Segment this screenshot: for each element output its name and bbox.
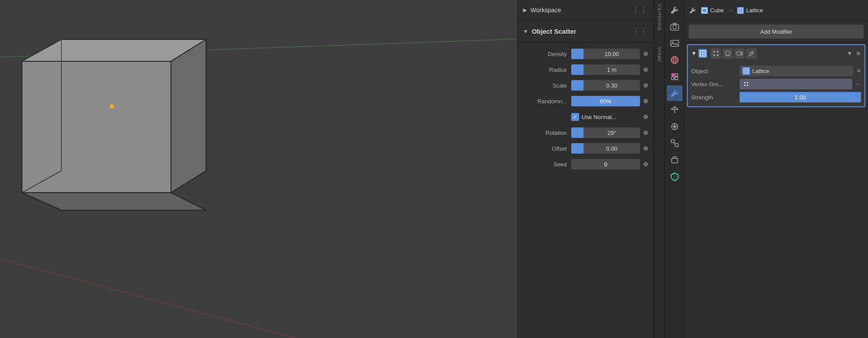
radius-value[interactable]: 1 m — [583, 64, 640, 75]
vertex-arrow-btn[interactable]: ← — [856, 81, 861, 87]
scene-props-icon[interactable] — [667, 169, 683, 184]
blenderkit-sidebar: BlenderKit JMesh — [653, 0, 665, 338]
wrench-icon[interactable] — [667, 2, 683, 18]
vertex-group-wrapper[interactable]: ← — [740, 79, 861, 89]
use-normal-wrapper[interactable]: Use Normal... — [571, 113, 640, 121]
rotation-dot[interactable] — [644, 130, 648, 135]
randomness-dot[interactable] — [644, 99, 648, 103]
lattice-label: Lattice — [746, 7, 763, 14]
scale-row: Scale 0.30 — [518, 77, 653, 93]
svg-marker-3 — [22, 61, 171, 193]
svg-line-45 — [751, 52, 753, 53]
density-input-wrapper[interactable]: 10.00 — [571, 49, 640, 59]
randomness-label: Randomn... — [523, 98, 567, 105]
object-param-label: Object — [691, 68, 740, 74]
rotation-row: Rotation 29° — [518, 125, 653, 141]
vertex-group-field-icon — [742, 80, 750, 88]
rotation-value[interactable]: 29° — [583, 127, 640, 138]
density-dot[interactable] — [644, 52, 648, 56]
scatter-header[interactable]: ▼ Object Scatter ⋮⋮ — [518, 21, 653, 42]
svg-rect-26 — [671, 140, 674, 143]
scale-input-wrapper[interactable]: 0.30 — [571, 80, 640, 91]
svg-point-23 — [676, 108, 678, 110]
object-clear-btn[interactable]: ✕ — [857, 68, 861, 74]
rotation-slider-blue — [571, 127, 583, 138]
modifier-params: Object Lattice ✕ — [688, 62, 864, 106]
viewport-icon-btn[interactable] — [734, 48, 745, 59]
lattice-modifier: ▼ — [687, 44, 865, 107]
modifier-type-icon — [698, 49, 707, 58]
object-value-text: Lattice — [752, 68, 769, 74]
svg-point-51 — [744, 85, 746, 86]
vertex-group-label: Vertex Gro... — [691, 81, 740, 88]
modifier-icons-row — [711, 48, 757, 59]
edit-icon-btn[interactable] — [746, 48, 757, 59]
props-header: Cube → Lattice — [684, 0, 868, 21]
svg-rect-11 — [671, 40, 679, 46]
vertex-group-field[interactable] — [740, 79, 852, 89]
radius-dot[interactable] — [644, 67, 648, 72]
svg-rect-21 — [675, 77, 678, 80]
vertex-icon-btn[interactable] — [711, 48, 721, 59]
svg-point-37 — [713, 51, 715, 53]
cube-breadcrumb[interactable]: Cube — [701, 7, 724, 14]
svg-rect-27 — [675, 144, 678, 147]
seed-dot[interactable] — [644, 162, 648, 166]
constraints-icon[interactable] — [667, 135, 683, 151]
scale-dot[interactable] — [644, 83, 648, 88]
radius-slider-blue — [571, 64, 583, 75]
svg-rect-20 — [672, 77, 674, 80]
jmesh-label: JMesh — [657, 42, 662, 66]
modifier-dropdown-btn[interactable]: ▼ — [847, 50, 852, 56]
scatter-dots: ⋮⋮ — [632, 27, 648, 35]
offset-value[interactable]: 0.00 — [583, 143, 640, 154]
scale-value[interactable]: 0.30 — [583, 80, 640, 91]
svg-point-52 — [747, 85, 748, 86]
svg-point-49 — [744, 82, 746, 84]
add-modifier-button[interactable]: Add Modifier — [689, 25, 864, 39]
tools-sidebar — [665, 0, 684, 338]
radius-input-wrapper[interactable]: 1 m — [571, 64, 640, 75]
modifier-close-btn[interactable]: ✕ — [856, 50, 861, 57]
particles-icon[interactable] — [667, 102, 683, 118]
object-properties-icon[interactable] — [667, 69, 683, 84]
blenderkit-label: BlenderKit — [657, 0, 662, 34]
world-icon[interactable] — [667, 52, 683, 68]
offset-dot[interactable] — [644, 146, 648, 151]
camera-icon[interactable] — [667, 19, 683, 35]
workspace-header[interactable]: ▶ Workspace ⋮⋮ — [518, 0, 653, 21]
svg-point-50 — [747, 82, 748, 84]
seed-label: Seed — [523, 161, 567, 168]
offset-input-wrapper[interactable]: 0.00 — [571, 143, 640, 154]
strength-input[interactable]: 1.00 — [740, 92, 861, 102]
scatter-title: Object Scatter — [532, 28, 576, 35]
use-normal-checkbox[interactable] — [571, 113, 579, 121]
seed-row: Seed 0 — [518, 156, 653, 172]
object-data-icon[interactable] — [667, 152, 683, 168]
randomness-input[interactable]: 80% — [571, 96, 640, 106]
rotation-input-wrapper[interactable]: 29° — [571, 127, 640, 138]
modifier-header: ▼ — [688, 45, 864, 62]
physics-icon[interactable] — [667, 119, 683, 134]
density-value[interactable]: 10.00 — [583, 49, 640, 59]
add-modifier-section: Add Modifier — [684, 21, 868, 42]
svg-point-25 — [673, 125, 676, 128]
lattice-breadcrumb[interactable]: Lattice — [737, 7, 763, 14]
object-value-wrapper[interactable]: Lattice ✕ — [740, 66, 861, 76]
viewport[interactable] — [0, 0, 517, 338]
render-icon-btn[interactable] — [722, 48, 733, 59]
object-value-field[interactable]: Lattice — [740, 66, 853, 76]
modifier-wrench-icon[interactable] — [667, 85, 683, 101]
svg-rect-19 — [675, 74, 678, 76]
modifier-expand-arrow[interactable]: ▼ — [691, 50, 697, 56]
use-normal-dot[interactable] — [644, 115, 648, 119]
offset-slider-blue — [571, 143, 583, 154]
image-icon[interactable] — [667, 35, 683, 51]
density-slider-blue — [571, 49, 583, 59]
scale-slider-blue — [571, 80, 583, 91]
offset-row: Offset 0.00 — [518, 141, 653, 156]
seed-input[interactable]: 0 — [571, 159, 640, 169]
lattice-mesh-icon — [737, 7, 744, 14]
strength-value: 1.00 — [795, 94, 806, 101]
scatter-params: Density 10.00 Radius 1 m Scale — [518, 42, 653, 176]
